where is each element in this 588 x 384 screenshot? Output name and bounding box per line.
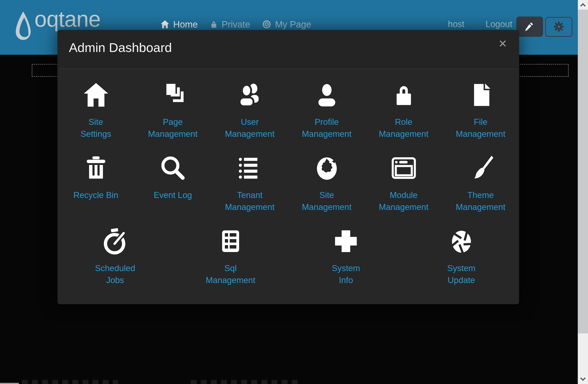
aperture-icon — [449, 226, 474, 256]
close-icon[interactable]: ✕ — [497, 38, 508, 49]
tile-label: Profile Management — [302, 116, 352, 140]
tile-site-settings[interactable]: Site Settings — [57, 80, 134, 140]
modal-title: Admin Dashboard — [69, 40, 172, 55]
people-icon — [237, 80, 263, 110]
tile-scheduled-jobs[interactable]: Scheduled Jobs — [57, 226, 173, 286]
tile-role-management[interactable]: Role Management — [365, 80, 442, 140]
edit-mode-button[interactable] — [516, 17, 543, 37]
target-icon — [262, 20, 271, 29]
tile-label: File Management — [456, 116, 505, 140]
globe-icon — [315, 153, 339, 183]
timer-icon — [103, 226, 128, 256]
nav-item-home[interactable]: Home — [160, 19, 198, 30]
magnifier-icon — [160, 153, 186, 183]
tile-row: Recycle Bin Event Log — [57, 153, 519, 213]
vertical-scrollbar[interactable] — [578, 0, 588, 384]
nav-item-label: Private — [222, 19, 250, 30]
tile-label: System Info — [332, 262, 360, 286]
tile-theme-management[interactable]: Theme Management — [442, 153, 519, 213]
tile-label: Tenant Management — [225, 189, 275, 213]
nav-item-my-page[interactable]: My Page — [262, 19, 311, 30]
browser-icon — [391, 153, 417, 183]
scroll-up-arrow-icon[interactable] — [578, 0, 588, 10]
brush-icon — [468, 153, 494, 183]
cutoff-content-fragment — [191, 380, 299, 384]
lock-icon — [392, 80, 416, 110]
home-icon — [83, 80, 109, 110]
oqtane-drop-logo-icon[interactable] — [14, 11, 33, 44]
file-icon — [469, 80, 493, 110]
tile-label: Page Management — [148, 116, 198, 140]
gear-icon — [553, 21, 565, 33]
tile-label: Module Management — [379, 189, 429, 213]
tile-label: System Update — [447, 262, 475, 286]
tile-system-info[interactable]: System Info — [288, 226, 404, 286]
scrollbar-thumb[interactable] — [578, 10, 588, 333]
nav-item-label: My Page — [275, 19, 311, 30]
pages-icon — [160, 80, 186, 110]
tile-user-management[interactable]: User Management — [211, 80, 288, 140]
logo-text[interactable]: oqtane — [34, 6, 101, 32]
tile-page-management[interactable]: Page Management — [134, 80, 211, 140]
nav-item-private[interactable]: Private — [210, 19, 250, 30]
tile-tenant-management[interactable]: Tenant Management — [211, 153, 288, 213]
modal-body: Site Settings Page Management — [57, 69, 519, 286]
person-icon — [315, 80, 339, 110]
tile-row: Site Settings Page Management — [57, 80, 519, 140]
cutoff-content-fragment — [22, 380, 118, 384]
logout-link[interactable]: Logout — [485, 19, 512, 29]
tile-event-log[interactable]: Event Log — [134, 153, 211, 201]
tile-label: User Management — [225, 116, 275, 140]
user-link[interactable]: host — [448, 19, 464, 29]
nav-item-label: Home — [173, 19, 198, 30]
spreadsheet-icon — [219, 226, 242, 256]
tile-sql-management[interactable]: Sql Management — [173, 226, 289, 286]
admin-dashboard-modal: Admin Dashboard ✕ Site Settings — [57, 30, 519, 304]
tile-label: Recycle Bin — [74, 189, 118, 201]
scroll-down-arrow-icon[interactable] — [578, 374, 588, 384]
tile-label: Scheduled Jobs — [95, 262, 135, 286]
tile-row: Scheduled Jobs Sql Management — [57, 226, 519, 286]
tile-recycle-bin[interactable]: Recycle Bin — [57, 153, 134, 201]
modal-header: Admin Dashboard ✕ — [57, 30, 519, 69]
tile-site-management[interactable]: Site Management — [288, 153, 365, 213]
tile-label: Site Settings — [81, 116, 111, 140]
pencil-icon — [524, 21, 535, 32]
plus-icon — [333, 226, 358, 256]
settings-button[interactable] — [545, 17, 572, 37]
home-icon — [160, 20, 169, 29]
tile-file-management[interactable]: File Management — [442, 80, 519, 140]
tile-label: Site Management — [302, 189, 352, 213]
lock-icon — [210, 20, 218, 29]
tile-label: Event Log — [154, 189, 192, 201]
tile-label: Theme Management — [456, 189, 505, 213]
bottom-scroll-corner — [0, 383, 19, 384]
tile-profile-management[interactable]: Profile Management — [288, 80, 365, 140]
tile-module-management[interactable]: Module Management — [365, 153, 442, 213]
tile-system-update[interactable]: System Update — [404, 226, 519, 286]
trash-icon — [84, 153, 108, 183]
list-icon — [237, 153, 263, 183]
tile-label: Sql Management — [206, 262, 255, 286]
tile-label: Role Management — [379, 116, 429, 140]
